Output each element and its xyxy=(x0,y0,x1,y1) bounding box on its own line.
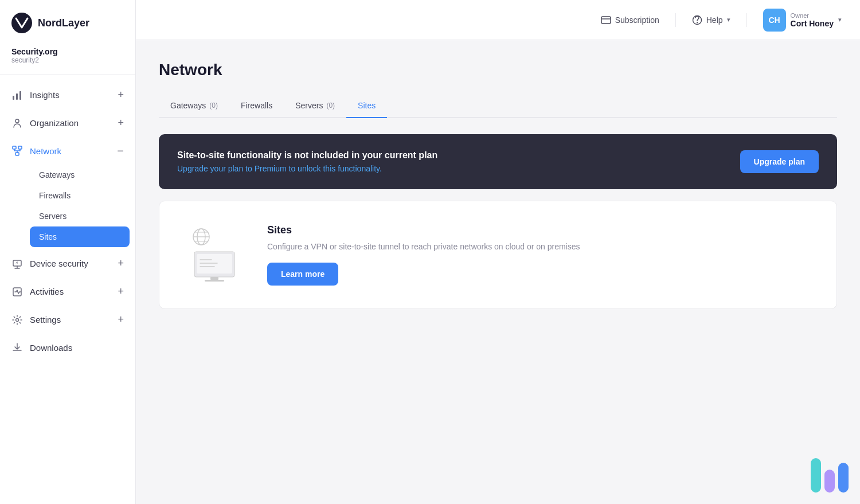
org-name: Security.org xyxy=(11,47,124,56)
tab-firewalls[interactable]: Firewalls xyxy=(229,95,284,118)
settings-label: Settings xyxy=(30,315,61,325)
tabs: Gateways (0) Firewalls Servers (0) Sites xyxy=(159,95,837,118)
page-title: Network xyxy=(159,61,837,79)
subscription-icon xyxy=(601,15,611,25)
network-label: Network xyxy=(30,146,61,156)
sidebar-item-device-security[interactable]: Device security + xyxy=(0,249,135,278)
device-security-icon xyxy=(11,258,23,269)
downloads-label: Downloads xyxy=(30,343,72,353)
tab-gateways-label: Gateways xyxy=(170,101,206,110)
sidebar-item-settings[interactable]: Settings + xyxy=(0,306,135,334)
tab-gateways-count: (0) xyxy=(209,101,218,110)
banner-description: Upgrade your plan to Premium to unlock t… xyxy=(177,164,437,173)
owner-info: Owner Cort Honey xyxy=(791,12,834,28)
tab-gateways[interactable]: Gateways (0) xyxy=(159,95,229,118)
device-security-expand-icon: + xyxy=(118,257,124,269)
tab-sites-label: Sites xyxy=(358,101,376,110)
help-label: Help xyxy=(706,15,723,25)
svg-rect-11 xyxy=(601,17,611,24)
svg-rect-2 xyxy=(16,93,18,100)
header-divider xyxy=(675,13,676,27)
settings-icon xyxy=(11,314,23,326)
learn-more-button[interactable]: Learn more xyxy=(267,263,338,286)
subscription-button[interactable]: Subscription xyxy=(601,15,659,25)
app-name: NordLayer xyxy=(38,17,89,29)
org-sub: security2 xyxy=(11,56,124,64)
organization-expand-icon: + xyxy=(118,117,124,129)
sites-content: Sites Configure a VPN or site-to-site tu… xyxy=(267,224,580,286)
network-icon xyxy=(11,145,23,157)
sidebar-item-insights[interactable]: Insights + xyxy=(0,81,135,109)
insights-expand-icon: + xyxy=(118,89,124,101)
svg-rect-19 xyxy=(197,254,232,274)
subscription-label: Subscription xyxy=(615,15,659,25)
subnav-item-firewalls[interactable]: Firewalls xyxy=(30,185,130,206)
upgrade-banner: Site-to-site functionality is not includ… xyxy=(159,134,837,189)
main-content: Subscription Help ▾ CH Owner Cort Honey … xyxy=(136,0,860,504)
banner-text: Site-to-site functionality is not includ… xyxy=(177,150,437,173)
sidebar-item-organization[interactable]: Organization + xyxy=(0,109,135,137)
sidebar-nav: Insights + Organization + Network − xyxy=(0,75,135,504)
device-security-label: Device security xyxy=(30,259,88,268)
organization-label: Organization xyxy=(30,118,79,128)
sidebar: NordLayer Security.org security2 Insight… xyxy=(0,0,136,504)
svg-point-10 xyxy=(16,318,19,321)
sites-title: Sites xyxy=(267,224,580,236)
tab-servers[interactable]: Servers (0) xyxy=(284,95,346,118)
svg-rect-1 xyxy=(13,96,14,100)
subnav-item-gateways[interactable]: Gateways xyxy=(30,165,130,185)
sidebar-logo: NordLayer xyxy=(0,0,135,42)
downloads-icon xyxy=(11,342,23,353)
subnav-item-servers[interactable]: Servers xyxy=(30,206,130,226)
svg-point-0 xyxy=(11,13,32,33)
svg-rect-20 xyxy=(210,277,218,280)
svg-point-4 xyxy=(15,119,19,123)
activities-icon xyxy=(11,286,23,298)
network-subnav: Gateways Firewalls Servers Sites xyxy=(0,165,135,249)
settings-expand-icon: + xyxy=(118,314,124,326)
tab-sites[interactable]: Sites xyxy=(346,95,387,118)
page-content: Network Gateways (0) Firewalls Servers (… xyxy=(136,40,860,504)
sidebar-item-network[interactable]: Network − xyxy=(0,137,135,165)
help-button[interactable]: Help ▾ xyxy=(692,15,730,25)
upgrade-plan-button[interactable]: Upgrade plan xyxy=(740,150,819,173)
sites-illustration-svg xyxy=(183,224,246,282)
banner-title: Site-to-site functionality is not includ… xyxy=(177,150,437,161)
activities-label: Activities xyxy=(30,287,64,296)
nordlayer-logo-icon xyxy=(11,13,32,33)
activities-expand-icon: + xyxy=(118,286,124,298)
sites-card: Sites Configure a VPN or site-to-site tu… xyxy=(159,201,837,309)
org-section: Security.org security2 xyxy=(0,42,135,75)
avatar: CH xyxy=(763,9,786,32)
tab-firewalls-label: Firewalls xyxy=(241,101,272,110)
subnav-item-sites[interactable]: Sites xyxy=(30,226,130,247)
deco-bar-2 xyxy=(824,470,835,493)
insights-icon xyxy=(11,89,23,101)
help-icon xyxy=(692,15,702,25)
help-chevron-icon: ▾ xyxy=(727,16,730,24)
svg-rect-3 xyxy=(19,91,21,100)
header: Subscription Help ▾ CH Owner Cort Honey … xyxy=(136,0,860,40)
header-divider-2 xyxy=(746,13,747,27)
sidebar-item-downloads[interactable]: Downloads xyxy=(0,334,135,361)
sites-illustration xyxy=(180,224,249,282)
deco-bar-3 xyxy=(838,463,849,493)
user-menu[interactable]: CH Owner Cort Honey ▾ xyxy=(763,9,842,32)
sidebar-item-activities[interactable]: Activities + xyxy=(0,278,135,306)
organization-icon xyxy=(11,118,23,129)
insights-label: Insights xyxy=(30,90,60,100)
svg-rect-21 xyxy=(205,280,224,282)
user-menu-chevron-icon: ▾ xyxy=(838,16,842,24)
tab-servers-count: (0) xyxy=(326,101,335,110)
sites-description: Configure a VPN or site-to-site tunnel t… xyxy=(267,242,580,251)
bottom-decoration xyxy=(811,458,849,493)
owner-name: Cort Honey xyxy=(791,19,834,28)
deco-bar-1 xyxy=(811,458,821,493)
tab-servers-label: Servers xyxy=(295,101,323,110)
owner-label: Owner xyxy=(791,12,834,19)
network-collapse-icon: − xyxy=(117,145,124,157)
